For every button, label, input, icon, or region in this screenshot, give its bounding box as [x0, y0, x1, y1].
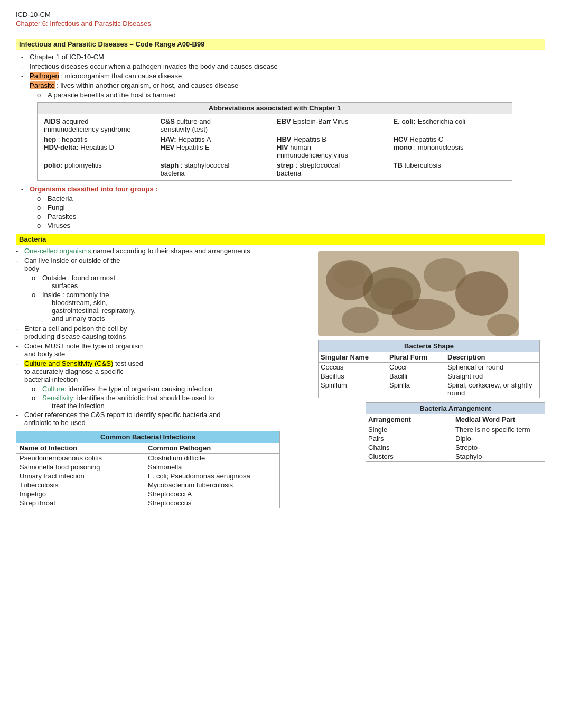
table-row: ChainsStrepto-: [366, 443, 545, 452]
arr-header: Bacteria Arrangement: [366, 403, 545, 414]
bullet-cs: - Culture and Sensitivity (C&S) test use…: [16, 360, 313, 383]
abbreviations-table: Abbreviations associated with Chapter 1 …: [37, 102, 512, 181]
bullet-coder-must: - Coder MUST note the type of organisman…: [16, 342, 313, 358]
chapter-title: Chapter 6: Infectious and Parasitic Dise…: [16, 20, 545, 27]
org-viruses: oViruses: [16, 222, 545, 229]
table-row: Salmonella food poisoningSalmonella: [16, 463, 279, 472]
bullet-icd: - Chapter 1 of ICD-10-CM: [16, 53, 545, 61]
table-row: PairsDiplo-: [366, 434, 545, 443]
sub-culture: o Culture: identifies the type of organi…: [16, 385, 313, 393]
bullet-parasite: - Parasite : lives within another organi…: [16, 81, 545, 89]
arrangement-table: Bacteria Arrangement Arrangement Medical…: [366, 402, 545, 462]
page-title: ICD-10-CM: [16, 11, 545, 19]
table-row: ClustersStaphylo-: [366, 452, 545, 461]
section-banner: Infectious and Parasitic Diseases – Code…: [16, 39, 545, 50]
bullet-coder-ref: - Coder references the C&S report to ide…: [16, 411, 313, 427]
table-row: Strep throatStreptococcus: [16, 499, 279, 508]
org-fungi: oFungi: [16, 204, 545, 211]
table-row: SingleThere is no specific term: [366, 425, 545, 434]
svg-point-5: [392, 299, 455, 330]
table-row: Urinary tract infectionE. coli; Pseudomo…: [16, 472, 279, 481]
table-row: CoccusCocciSpherical or round: [319, 363, 539, 372]
sub-sensitivity: o Sensitivity: identifies the antibiotic…: [16, 394, 313, 410]
table-row: TuberculosisMycobacterium tuberculosis: [16, 481, 279, 490]
arr-col2: Medical Word Part: [455, 416, 543, 423]
common-header: Common Bacterial Infections: [16, 431, 279, 443]
sub-inside: o Inside : commonly the bloodstream, ski…: [16, 291, 313, 322]
bullet-one-celled: - One-celled organisms named according t…: [16, 247, 313, 255]
arr-col1: Arrangement: [368, 416, 455, 423]
bullet-pathogen: - Pathogen : microorganism that can caus…: [16, 72, 545, 80]
bacteria-banner: Bacteria: [16, 234, 545, 245]
sub-outside: o Outside : found on most surfaces: [16, 274, 313, 290]
shape-col1: Singular Name: [321, 353, 389, 361]
svg-point-4: [455, 271, 508, 316]
abbrev-header: Abbreviations associated with Chapter 1: [38, 103, 512, 114]
org-bacteria: oBacteria: [16, 195, 545, 202]
sub-bullet-parasite: o A parasite benefits and the host is ha…: [16, 91, 545, 99]
table-row: Pseudomembranous colitisClostridium diff…: [16, 454, 279, 463]
bullet-live: - Can live inside or outside of thebody: [16, 256, 313, 272]
org-parasites: oParasites: [16, 213, 545, 220]
svg-point-7: [487, 314, 519, 336]
svg-point-6: [342, 307, 379, 333]
shape-table: Bacteria Shape Singular Name Plural Form…: [318, 340, 540, 398]
shape-col2: Plural Form: [389, 353, 447, 361]
table-row: BacillusBacilliStraight rod: [319, 372, 539, 381]
bullet-infectious: - Infectious diseases occur when a patho…: [16, 62, 545, 70]
common-table: Common Bacterial Infections Name of Infe…: [16, 431, 280, 508]
common-col2: Common Pathogen: [148, 444, 276, 452]
table-row: SpirillumSpirillaSpiral, corkscrew, or s…: [319, 381, 539, 398]
shape-col3: Description: [447, 353, 537, 361]
common-col1: Name of Infection: [20, 444, 148, 452]
bullet-organisms: - Organisms classified into four groups …: [16, 185, 545, 193]
bacteria-image: [318, 251, 519, 336]
table-row: ImpetigoStreptococci A: [16, 490, 279, 499]
bullet-enter: - Enter a cell and poison the cell bypro…: [16, 325, 313, 340]
shape-header: Bacteria Shape: [319, 340, 539, 352]
